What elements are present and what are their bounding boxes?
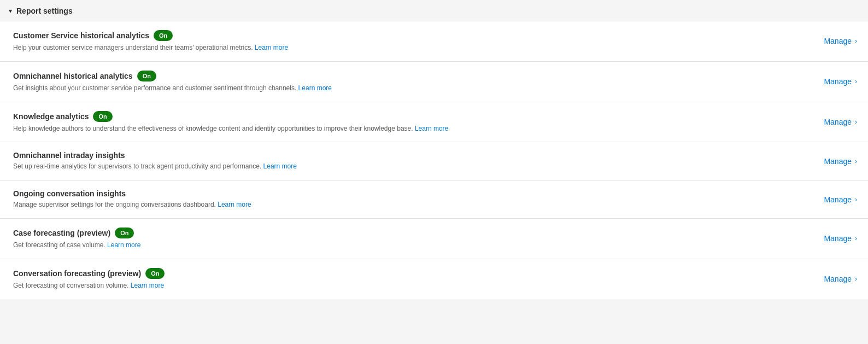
- manage-link-omnichannel-historical[interactable]: Manage: [824, 77, 852, 86]
- setting-row: Knowledge analyticsOnHelp knowledge auth…: [0, 102, 868, 143]
- setting-title-row-case-forecasting: Case forecasting (preview)On: [13, 228, 802, 238]
- chevron-right-icon-case-forecasting: ›: [855, 235, 857, 242]
- manage-link-knowledge-analytics[interactable]: Manage: [824, 118, 852, 126]
- status-badge-omnichannel-historical: On: [137, 71, 156, 81]
- learn-more-link-conversation-forecasting[interactable]: Learn more: [131, 282, 164, 289]
- setting-row: Ongoing conversation insightsManage supe…: [0, 180, 868, 219]
- status-badge-knowledge-analytics: On: [93, 111, 112, 122]
- setting-description-omnichannel-intraday: Set up real-time analytics for superviso…: [13, 162, 802, 171]
- manage-link-ongoing-conversation[interactable]: Manage: [824, 195, 852, 204]
- chevron-right-icon-conversation-forecasting: ›: [855, 275, 857, 283]
- setting-title-row-ongoing-conversation: Ongoing conversation insights: [13, 189, 802, 198]
- page-container: ▾ Report settings Customer Service histo…: [0, 0, 868, 299]
- setting-right-knowledge-analytics: Manage›: [802, 118, 857, 126]
- status-badge-case-forecasting: On: [115, 228, 134, 238]
- settings-list: Customer Service historical analyticsOnH…: [0, 21, 868, 299]
- chevron-right-icon-omnichannel-intraday: ›: [855, 158, 857, 165]
- learn-more-link-case-forecasting[interactable]: Learn more: [107, 241, 140, 249]
- setting-title-row-omnichannel-historical: Omnichannel historical analyticsOn: [13, 71, 802, 81]
- setting-left-customer-service-historical: Customer Service historical analyticsOnH…: [13, 30, 802, 53]
- setting-description-ongoing-conversation: Manage supervisor settings for the ongoi…: [13, 200, 802, 209]
- setting-left-case-forecasting: Case forecasting (preview)OnGet forecast…: [13, 228, 802, 250]
- setting-name-omnichannel-historical: Omnichannel historical analytics: [13, 72, 133, 80]
- setting-name-ongoing-conversation: Ongoing conversation insights: [13, 189, 126, 198]
- setting-title-row-omnichannel-intraday: Omnichannel intraday insights: [13, 151, 802, 160]
- setting-left-knowledge-analytics: Knowledge analyticsOnHelp knowledge auth…: [13, 111, 802, 133]
- setting-left-omnichannel-historical: Omnichannel historical analyticsOnGet in…: [13, 71, 802, 93]
- learn-more-link-omnichannel-intraday[interactable]: Learn more: [263, 162, 297, 170]
- manage-link-omnichannel-intraday[interactable]: Manage: [824, 157, 852, 166]
- chevron-right-icon-customer-service-historical: ›: [855, 37, 857, 45]
- setting-left-conversation-forecasting: Conversation forecasting (preview)OnGet …: [13, 268, 802, 290]
- learn-more-link-ongoing-conversation[interactable]: Learn more: [218, 201, 251, 208]
- setting-name-knowledge-analytics: Knowledge analytics: [13, 112, 89, 121]
- section-header[interactable]: ▾ Report settings: [0, 0, 868, 21]
- chevron-right-icon-ongoing-conversation: ›: [855, 196, 857, 203]
- manage-link-case-forecasting[interactable]: Manage: [824, 234, 852, 243]
- setting-name-case-forecasting: Case forecasting (preview): [13, 229, 110, 237]
- setting-left-ongoing-conversation: Ongoing conversation insightsManage supe…: [13, 189, 802, 209]
- learn-more-link-omnichannel-historical[interactable]: Learn more: [298, 84, 332, 92]
- status-badge-customer-service-historical: On: [154, 30, 173, 41]
- setting-title-row-conversation-forecasting: Conversation forecasting (preview)On: [13, 268, 802, 279]
- setting-description-omnichannel-historical: Get insights about your customer service…: [13, 84, 802, 93]
- chevron-down-icon: ▾: [9, 7, 12, 15]
- setting-right-ongoing-conversation: Manage›: [802, 195, 857, 204]
- setting-title-row-knowledge-analytics: Knowledge analyticsOn: [13, 111, 802, 122]
- manage-link-customer-service-historical[interactable]: Manage: [824, 37, 852, 45]
- chevron-right-icon-omnichannel-historical: ›: [855, 78, 857, 85]
- learn-more-link-knowledge-analytics[interactable]: Learn more: [415, 125, 448, 132]
- setting-row: Omnichannel intraday insightsSet up real…: [0, 142, 868, 180]
- setting-description-case-forecasting: Get forecasting of case volume. Learn mo…: [13, 241, 802, 250]
- setting-right-omnichannel-historical: Manage›: [802, 77, 857, 86]
- setting-right-case-forecasting: Manage›: [802, 234, 857, 243]
- setting-description-customer-service-historical: Help your customer service managers unde…: [13, 43, 802, 53]
- setting-left-omnichannel-intraday: Omnichannel intraday insightsSet up real…: [13, 151, 802, 171]
- section-title: Report settings: [16, 7, 73, 15]
- setting-row: Case forecasting (preview)OnGet forecast…: [0, 219, 868, 259]
- learn-more-link-customer-service-historical[interactable]: Learn more: [255, 44, 288, 51]
- setting-description-knowledge-analytics: Help knowledge authors to understand the…: [13, 124, 802, 133]
- status-badge-conversation-forecasting: On: [145, 268, 165, 279]
- chevron-right-icon-knowledge-analytics: ›: [855, 118, 857, 126]
- setting-row: Conversation forecasting (preview)OnGet …: [0, 259, 868, 299]
- setting-right-customer-service-historical: Manage›: [802, 37, 857, 45]
- setting-right-omnichannel-intraday: Manage›: [802, 157, 857, 166]
- setting-name-conversation-forecasting: Conversation forecasting (preview): [13, 269, 141, 278]
- setting-right-conversation-forecasting: Manage›: [802, 275, 857, 283]
- setting-description-conversation-forecasting: Get forecasting of conversation volume. …: [13, 281, 802, 290]
- setting-row: Omnichannel historical analyticsOnGet in…: [0, 62, 868, 102]
- setting-name-omnichannel-intraday: Omnichannel intraday insights: [13, 151, 125, 160]
- manage-link-conversation-forecasting[interactable]: Manage: [824, 275, 852, 283]
- setting-title-row-customer-service-historical: Customer Service historical analyticsOn: [13, 30, 802, 41]
- setting-name-customer-service-historical: Customer Service historical analytics: [13, 31, 149, 40]
- setting-row: Customer Service historical analyticsOnH…: [0, 21, 868, 62]
